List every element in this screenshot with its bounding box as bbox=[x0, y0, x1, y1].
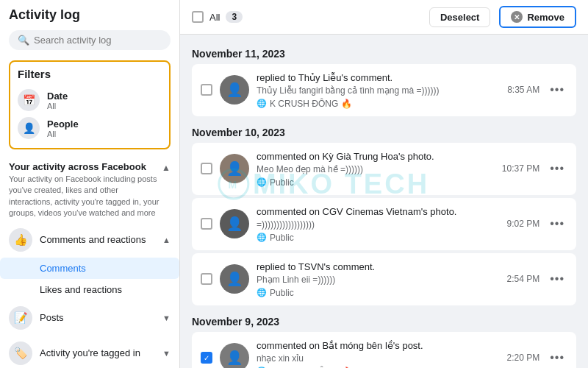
remove-label: Remove bbox=[527, 12, 564, 23]
nav-label-comments: Comments and reactions bbox=[40, 234, 146, 245]
more-button-a5[interactable]: ••• bbox=[547, 351, 567, 364]
select-all-checkbox[interactable] bbox=[192, 11, 204, 23]
nav-item-tagged[interactable]: 🏷️ Activity you're tagged in ▼ bbox=[0, 336, 179, 368]
activity-time-a2: 10:37 PM bbox=[502, 163, 539, 174]
activity-collapse-icon[interactable]: ▲ bbox=[162, 161, 171, 173]
activity-card-a4: 👤 replied to TSVN's comment. Phạm Linh e… bbox=[192, 253, 576, 305]
search-input[interactable] bbox=[34, 35, 162, 46]
filter-date[interactable]: 📅 Date All bbox=[18, 86, 162, 114]
activity-text-a2: commented on Kỳ Già Trung Hoa's photo. bbox=[257, 150, 495, 163]
activity-card-a5: ✓ 👤 commented on Bắt móng bên lề's post.… bbox=[192, 332, 576, 368]
nav-item-posts[interactable]: 📝 Posts ▼ bbox=[0, 300, 179, 336]
sub-item-likes[interactable]: Likes and reactions bbox=[0, 279, 179, 300]
tagged-chevron-icon: ▼ bbox=[162, 349, 171, 358]
posts-icon: 📝 bbox=[9, 306, 32, 330]
more-button-a2[interactable]: ••• bbox=[547, 162, 567, 175]
count-badge: 3 bbox=[226, 11, 243, 23]
activity-card-a2: 👤 commented on Kỳ Già Trung Hoa's photo.… bbox=[192, 143, 576, 195]
globe-icon-a3: 🌐 bbox=[257, 233, 267, 242]
all-label: All bbox=[209, 12, 220, 23]
activity-time-a5: 2:20 PM bbox=[506, 353, 539, 363]
page-title: Activity log bbox=[0, 0, 179, 27]
activity-time-a4: 2:54 PM bbox=[506, 274, 539, 284]
activity-text-a5: commented on Bắt móng bên lề's post. bbox=[257, 339, 499, 353]
search-box[interactable]: 🔍 bbox=[9, 30, 171, 50]
activity-detail-a4: Phạm Linh eii =)))))) bbox=[257, 274, 499, 286]
main-content: All 3 Deselect ✕ Remove November 11, 202… bbox=[180, 0, 588, 368]
deselect-button[interactable]: Deselect bbox=[429, 7, 490, 27]
activity-meta-a1: 🌐 K CRUSH ĐÔNG 🔥 bbox=[257, 99, 500, 109]
tagged-icon: 🏷️ bbox=[9, 342, 32, 365]
nav-item-comments[interactable]: 👍 Comments and reactions ▲ bbox=[0, 222, 179, 258]
activity-feed: November 11, 2023 👤 replied to Thủy Liễu… bbox=[180, 35, 588, 368]
activity-checkbox-a3[interactable] bbox=[201, 218, 212, 230]
activity-card-a3: 👤 commented on CGV Cinemas Vietnam's pho… bbox=[192, 198, 576, 250]
filters-section: Filters 📅 Date All 👤 People All bbox=[9, 60, 171, 149]
nav-label-tagged: Activity you're tagged in bbox=[40, 347, 140, 358]
nav-label-posts: Posts bbox=[40, 312, 64, 323]
activity-meta-a2: 🌐 Public bbox=[257, 177, 495, 188]
activity-meta-a3: 🌐 Public bbox=[257, 233, 499, 243]
filter-people[interactable]: 👤 People All bbox=[18, 114, 162, 142]
activity-detail-a5: nhạc xin xỉu bbox=[257, 353, 499, 365]
activity-card-a1: 👤 replied to Thủy Liễu's comment. Thủy L… bbox=[192, 64, 576, 116]
activity-text-a1: replied to Thủy Liễu's comment. bbox=[257, 71, 500, 85]
filter-date-label: Date bbox=[47, 91, 68, 102]
activity-section: Your activity across Facebook Your activ… bbox=[0, 154, 179, 222]
filters-title: Filters bbox=[18, 68, 162, 80]
sidebar: Activity log 🔍 Filters 📅 Date All 👤 Peop… bbox=[0, 0, 180, 368]
search-icon: 🔍 bbox=[18, 35, 29, 46]
avatar-a5: 👤 bbox=[220, 343, 249, 368]
filter-date-sub: All bbox=[47, 102, 68, 110]
remove-button[interactable]: ✕ Remove bbox=[499, 6, 576, 28]
activity-checkbox-a2[interactable] bbox=[201, 163, 212, 174]
date-icon: 📅 bbox=[18, 89, 40, 111]
activity-checkbox-a5[interactable]: ✓ bbox=[201, 352, 212, 364]
more-button-a1[interactable]: ••• bbox=[547, 83, 567, 96]
globe-icon-a1: 🌐 bbox=[257, 99, 267, 108]
activity-title: Your activity across Facebook bbox=[9, 161, 162, 172]
activity-checkbox-a1[interactable] bbox=[201, 84, 212, 96]
activity-desc: Your activity on Facebook including post… bbox=[9, 174, 162, 219]
avatar-a3: 👤 bbox=[220, 209, 249, 238]
more-button-a3[interactable]: ••• bbox=[547, 217, 567, 230]
more-button-a4[interactable]: ••• bbox=[547, 272, 567, 286]
top-bar: All 3 Deselect ✕ Remove bbox=[180, 0, 588, 35]
avatar-a1: 👤 bbox=[220, 75, 249, 105]
globe-icon-a4: 🌐 bbox=[257, 288, 267, 297]
comments-chevron-icon: ▲ bbox=[162, 236, 171, 244]
remove-x-icon: ✕ bbox=[511, 11, 523, 23]
activity-time-a3: 9:02 PM bbox=[506, 219, 539, 229]
activity-time-a1: 8:35 AM bbox=[507, 85, 539, 95]
date-header-nov9: November 9, 2023 bbox=[192, 308, 576, 332]
filter-people-sub: All bbox=[47, 130, 79, 138]
activity-detail-a1: Thủy Liễu fangirl bằng cả tình mạng mà =… bbox=[257, 85, 500, 97]
filter-people-label: People bbox=[47, 118, 79, 130]
globe-icon-a2: 🌐 bbox=[257, 177, 267, 187]
date-header-nov11: November 11, 2023 bbox=[192, 40, 576, 64]
avatar-a2: 👤 bbox=[220, 154, 249, 183]
people-icon: 👤 bbox=[18, 117, 40, 139]
comments-icon: 👍 bbox=[9, 228, 32, 252]
avatar-a4: 👤 bbox=[220, 264, 249, 294]
activity-meta-a4: 🌐 Public bbox=[257, 288, 499, 298]
activity-text-a4: replied to TSVN's comment. bbox=[257, 261, 499, 274]
activity-detail-a2: Meo Meo đẹp mà hề =)))))) bbox=[257, 163, 495, 176]
sub-item-comments[interactable]: Comments bbox=[0, 258, 179, 279]
activity-checkbox-a4[interactable] bbox=[201, 273, 212, 285]
activity-text-a3: commented on CGV Cinemas Vietnam's photo… bbox=[257, 205, 499, 219]
posts-chevron-icon: ▼ bbox=[162, 314, 171, 322]
activity-detail-a3: =)))))))))))))))))) bbox=[257, 219, 499, 231]
date-header-nov10: November 10, 2023 bbox=[192, 119, 576, 143]
